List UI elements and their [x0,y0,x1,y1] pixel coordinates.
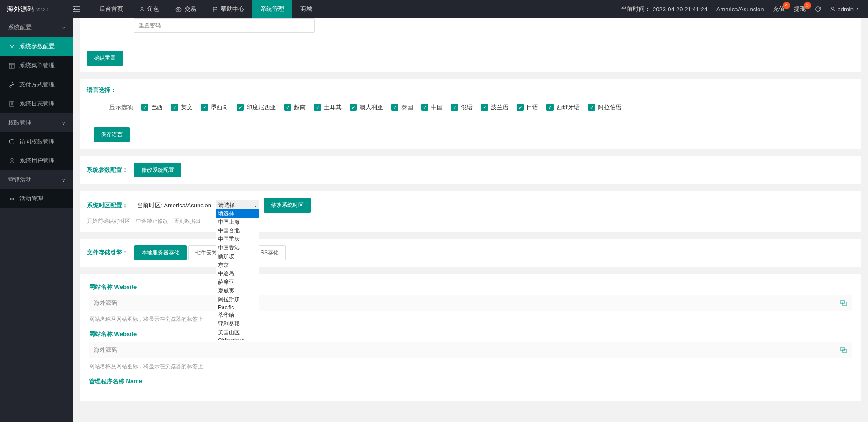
tz-option[interactable]: 中途岛 [216,269,259,278]
nav-help[interactable]: 帮助中心 [204,0,252,18]
tz-option[interactable]: 蒂华纳 [216,311,259,320]
svg-rect-3 [9,63,14,68]
lang-checkbox[interactable]: ✓越南 [284,103,306,111]
lang-title: 语言选择： [87,86,116,94]
sidebar-group-marketing[interactable]: 营销活动 ∨ [0,170,73,189]
current-time: 当前时间： 2023-04-29 21:41:24 [617,0,712,18]
flag-icon [213,6,218,12]
lang-item-label: 越南 [294,103,306,111]
check-icon: ✓ [284,104,291,111]
storage-panel: 文件存储引擎： 本地服务器存储 七牛云对 SS存储 [80,239,861,267]
sidebar-toggle-button[interactable] [73,6,91,12]
sidebar-item-access[interactable]: 访问权限管理 [0,132,73,151]
tz-option[interactable]: 中国台北 [216,226,259,235]
sidebar: 系统配置 ∨ 系统参数配置 系统菜单管理 支付方式管理 系统日志管理 权限管理 … [0,18,73,408]
lang-item-label: 阿拉伯语 [598,103,621,111]
check-icon: ✓ [588,104,595,111]
sidebar-group-permissions[interactable]: 权限管理 ∨ [0,113,73,132]
sidebar-item-payment[interactable]: 支付方式管理 [0,75,73,94]
timezone-display: America/Asuncion [712,0,768,18]
website-name-input-2[interactable] [89,342,852,358]
main-content: 确认重置 语言选择： 显示选项 ✓巴西✓英文✓墨西哥✓印度尼西亚✓越南✓土耳其✓… [73,18,868,401]
nav-role[interactable]: 角色 [131,0,167,18]
translate-icon[interactable] [840,300,847,306]
lang-checkbox[interactable]: ✓阿拉伯语 [588,103,621,111]
website-name-input[interactable] [89,295,852,311]
recharge-button[interactable]: 充值 4 [768,0,789,18]
sidebar-item-system-params[interactable]: 系统参数配置 [0,37,73,56]
lang-checkbox[interactable]: ✓澳大利亚 [350,103,383,111]
tz-option[interactable]: 东京 [216,261,259,269]
header-right: 当前时间： 2023-04-29 21:41:24 America/Asunci… [617,0,868,18]
tz-option[interactable]: 中国重庆 [216,235,259,244]
withdraw-button[interactable]: 提现 0 [789,0,810,18]
program-name-group: 管理程序名称 Name [89,377,852,385]
sidebar-item-users[interactable]: 系统用户管理 [0,151,73,170]
lang-checkbox[interactable]: ✓西班牙语 [546,103,580,111]
lang-checkbox[interactable]: ✓土耳其 [314,103,342,111]
lang-item-label: 中国 [431,103,443,111]
tz-option[interactable]: 阿拉斯加 [216,295,259,304]
svg-point-0 [141,7,143,10]
translate-icon[interactable] [840,347,847,353]
check-icon: ✓ [481,104,488,111]
sysparam-panel: 系统参数配置： 修改系统配置 [80,156,861,184]
sidebar-item-menu-mgmt[interactable]: 系统菜单管理 [0,56,73,75]
lang-checkbox[interactable]: ✓印度尼西亚 [237,103,276,111]
nav-system[interactable]: 系统管理 [252,0,292,18]
sidebar-item-logs[interactable]: 系统日志管理 [0,94,73,113]
lang-item-label: 日语 [526,103,538,111]
tz-option[interactable]: 中国上海 [216,218,259,226]
lang-checkbox[interactable]: ✓波兰语 [481,103,508,111]
tz-option[interactable]: 新加坡 [216,252,259,261]
check-icon: ✓ [517,104,524,111]
chevron-down-icon: ∨ [62,120,65,125]
lang-checkbox[interactable]: ✓中国 [421,103,443,111]
check-icon: ✓ [451,104,458,111]
user-menu[interactable]: admin ∧ [825,0,863,18]
svg-point-2 [11,46,13,48]
tz-option[interactable]: 萨摩亚 [216,278,259,287]
modify-tz-button[interactable]: 修改系统时区 [264,198,311,213]
tz-option[interactable]: 请选择 [216,209,259,218]
timezone-panel: 系统时区配置： 当前时区: America/Asuncion 请选择 ⌄ 请选择… [80,191,861,232]
tz-option[interactable]: 亚利桑那 [216,320,259,328]
lang-checkbox[interactable]: ✓巴西 [141,103,163,111]
tz-current: 当前时区: America/Asuncion [137,201,211,210]
tz-option[interactable]: 夏威夷 [216,287,259,295]
save-language-button[interactable]: 保存语言 [94,127,130,142]
lang-checkbox[interactable]: ✓泰国 [391,103,413,111]
lang-checkbox[interactable]: ✓日语 [517,103,538,111]
tz-option[interactable]: 中国香港 [216,244,259,252]
tz-option[interactable]: Pacific [216,304,259,311]
display-options-label: 显示选项 [109,103,133,111]
nav-mall[interactable]: 商城 [292,0,320,18]
nav-home[interactable]: 后台首页 [91,0,131,18]
lang-item-label: 印度尼西亚 [247,103,276,111]
website-name-group-2: 网站名称 Website 网站名称及网站图标，将显示在浏览器的标签上 [89,330,852,370]
infinity-icon [9,196,15,202]
link-icon [9,82,15,88]
doc-icon [9,101,15,107]
lang-item-label: 土耳其 [324,103,342,111]
tz-note: 开始前确认好时区，中途禁止修改，否则数据出 [87,217,854,225]
confirm-reset-button[interactable]: 确认重置 [87,51,123,66]
refresh-button[interactable] [810,0,825,18]
lang-checkbox[interactable]: ✓俄语 [451,103,473,111]
tz-select-wrapper: 请选择 ⌄ 请选择中国上海中国台北中国重庆中国香港新加坡东京中途岛萨摩亚夏威夷阿… [216,200,259,211]
program-name-label: 管理程序名称 Name [89,377,852,385]
nav-trade[interactable]: 交易 [167,0,204,18]
scale-icon [175,6,182,12]
tz-option[interactable]: 美国山区 [216,328,259,337]
tz-option[interactable]: Chihuahua [216,337,259,340]
lang-checkbox[interactable]: ✓墨西哥 [201,103,228,111]
website-label-2: 网站名称 Website [89,330,852,338]
sidebar-item-activity[interactable]: 活动管理 [0,189,73,208]
storage-tab-local[interactable]: 本地服务器存储 [134,245,187,260]
sidebar-group-system-config[interactable]: 系统配置 ∨ [0,18,73,37]
reset-password-input[interactable] [134,18,315,33]
lang-checkbox[interactable]: ✓英文 [171,103,193,111]
sysparam-title: 系统参数配置： [87,166,128,174]
modify-sysparam-button[interactable]: 修改系统配置 [134,163,181,177]
svg-point-1 [831,7,834,10]
